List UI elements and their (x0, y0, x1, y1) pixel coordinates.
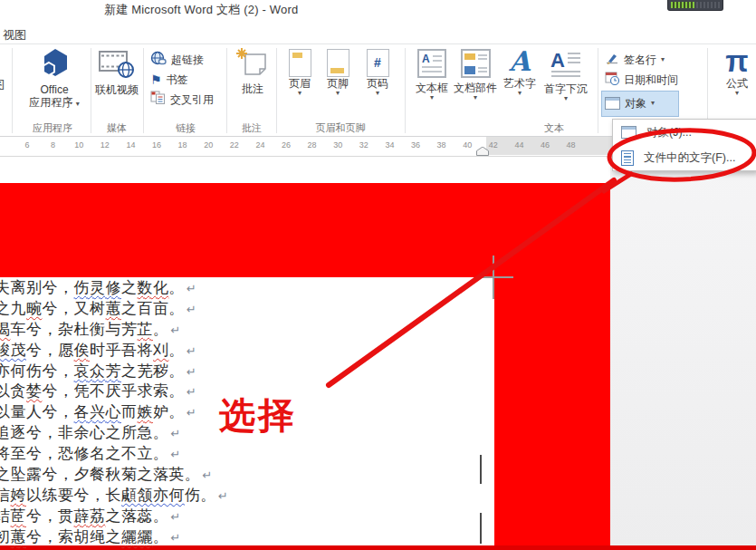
paragraph-mark: ↵ (187, 303, 196, 316)
page-number-button[interactable]: # 页码 ▾ (360, 49, 395, 97)
object-icon (605, 97, 620, 110)
paragraph-mark: ↵ (171, 510, 181, 524)
ruler-number: 44 (510, 140, 528, 150)
comment-button[interactable]: 批注 (232, 48, 273, 95)
ruler-number: 8 (44, 140, 62, 150)
word-art-button[interactable]: A 艺术字 ▾ (501, 46, 539, 97)
header-label: 页眉 (289, 77, 311, 90)
quick-parts-icon (461, 49, 491, 82)
document-fragment-mark (480, 455, 482, 484)
header-button[interactable]: 页眉 ▾ (282, 49, 317, 97)
text-from-file-icon (621, 150, 634, 166)
drop-cap-button[interactable]: A 首字下沉 ▾ (541, 49, 591, 102)
ruler-number: 46 (536, 140, 554, 150)
page-number-icon: # (367, 49, 389, 77)
group-label-apps: 应用程序 (33, 121, 72, 135)
document-line: 夫离别兮，伤灵修之数化。↵ (0, 278, 502, 299)
ruler-number: 10 (70, 140, 88, 150)
document-canvas-background (610, 157, 756, 550)
menu-item-label: 对象(J)... (646, 125, 692, 140)
ruler-number: 26 (277, 140, 295, 150)
document-line: 揭车兮，杂杜衡与芳芷。↵ (0, 320, 502, 341)
header-icon (289, 49, 311, 77)
ribbon-partial-button-label: 图 (0, 77, 5, 93)
formula-label: 公式 (726, 77, 748, 90)
document-line: 信姱以练要兮，长顑颔亦何伤。↵ (0, 486, 502, 507)
word-art-icon: A (509, 46, 530, 77)
ribbon-partial-button[interactable]: 图 (0, 76, 10, 94)
text-box-label: 文本框 (416, 82, 448, 94)
ruler-number: 6 (18, 140, 36, 150)
ruler-number: 18 (174, 140, 192, 150)
comment-label: 批注 (242, 82, 263, 95)
pi-icon: π (725, 46, 748, 77)
hyperlink-button[interactable]: 超链接 (150, 50, 204, 70)
recording-level-bars (671, 2, 694, 8)
dropdown-arrow-icon: ▾ (336, 90, 340, 97)
paragraph-mark: ↵ (203, 468, 213, 482)
document-line: 之坠露兮，夕餐秋菊之落英。↵ (0, 465, 502, 486)
footer-button[interactable]: 页脚 ▾ (321, 49, 355, 97)
dropdown-arrow-icon: ▾ (298, 90, 301, 97)
dropdown-arrow-icon: ▾ (518, 90, 522, 97)
cross-reference-icon (150, 91, 166, 109)
document-line: 初蕙兮，索胡绳之纚纚。↵ (0, 527, 502, 548)
ruler-number: 38 (433, 140, 451, 150)
drop-cap-label: 首字下沉 (544, 82, 588, 95)
office-apps-label-2: 应用程序 (29, 96, 72, 109)
date-time-icon (605, 71, 619, 89)
date-time-button[interactable]: 日期和时间 (605, 70, 678, 90)
dropdown-arrow-icon: ▾ (376, 90, 379, 97)
ruler-number: 12 (96, 140, 114, 150)
online-video-label: 联机视频 (95, 83, 139, 96)
document-line: 结茝兮，贯薜荔之落蕊。↵ (0, 507, 502, 527)
paragraph-mark: ↵ (187, 385, 196, 399)
object-button[interactable]: 对象 ▾ (605, 93, 655, 113)
text-box-button[interactable]: A 文本框 ▾ (412, 49, 452, 101)
hyperlink-label: 超链接 (171, 53, 204, 66)
right-indent-marker[interactable] (476, 147, 489, 156)
recording-level-bars-dim (696, 2, 720, 8)
group-label-text: 文本 (544, 121, 564, 135)
document-fragment-mark (480, 513, 482, 544)
ruler-number: 24 (251, 140, 269, 150)
document-line: 将至兮，恐修名之不立。↵ (0, 444, 502, 465)
signature-line-button[interactable]: 签名行 ▾ (605, 50, 665, 70)
office-apps-button[interactable]: Office 应用程序 ▾ (20, 47, 89, 109)
quick-parts-button[interactable]: 文档部件 ▾ (454, 49, 497, 101)
cross-reference-button[interactable]: 交叉引用 (150, 90, 214, 110)
group-label-comments: 批注 (242, 121, 262, 135)
office-apps-icon (39, 47, 70, 83)
menu-item-object[interactable]: 对象(J)... (613, 120, 756, 145)
group-label-header-footer: 页眉和页脚 (316, 121, 366, 135)
tab-view[interactable]: 视图 (3, 27, 26, 43)
document-line: 之九畹兮，又树蕙之百亩。↵ (0, 299, 502, 320)
online-video-icon (98, 50, 136, 83)
ruler-number: 30 (329, 140, 347, 150)
paragraph-mark: ↵ (171, 531, 181, 545)
group-label-media: 媒体 (107, 121, 127, 135)
formula-button[interactable]: π 公式 ▾ (717, 46, 756, 97)
bookmark-icon: ⚑ (150, 73, 162, 86)
signature-line-label: 签名行 (624, 53, 656, 66)
page-number-label: 页码 (367, 77, 388, 90)
paragraph-mark: ↵ (171, 427, 181, 440)
online-video-button[interactable]: 联机视频 (92, 50, 141, 96)
paragraph-mark: ↵ (187, 344, 196, 358)
object-icon (621, 126, 636, 139)
annotation-select-label: 选择 (219, 391, 297, 440)
word-window: 新建 Microsoft Word 文档 (2) - Word 视图 图 Off… (0, 0, 756, 550)
ruler-number: 28 (303, 140, 321, 150)
word-art-label: 艺术字 (503, 77, 536, 90)
paragraph-mark: ↵ (171, 448, 181, 461)
paragraph-mark: ↵ (171, 323, 181, 337)
dropdown-arrow-icon: ▾ (430, 94, 434, 101)
bookmark-label: 书签 (167, 73, 188, 86)
paragraph-mark: ↵ (187, 406, 196, 420)
bookmark-button[interactable]: ⚑ 书签 (150, 70, 188, 90)
ruler-number: 40 (458, 140, 476, 150)
object-dropdown-menu: 对象(J)...文件中的文字(F)... (612, 119, 756, 171)
ruler-number: 14 (121, 140, 139, 150)
menu-item-text-from-file[interactable]: 文件中的文字(F)... (613, 145, 756, 170)
ruler-number: 32 (355, 140, 373, 150)
